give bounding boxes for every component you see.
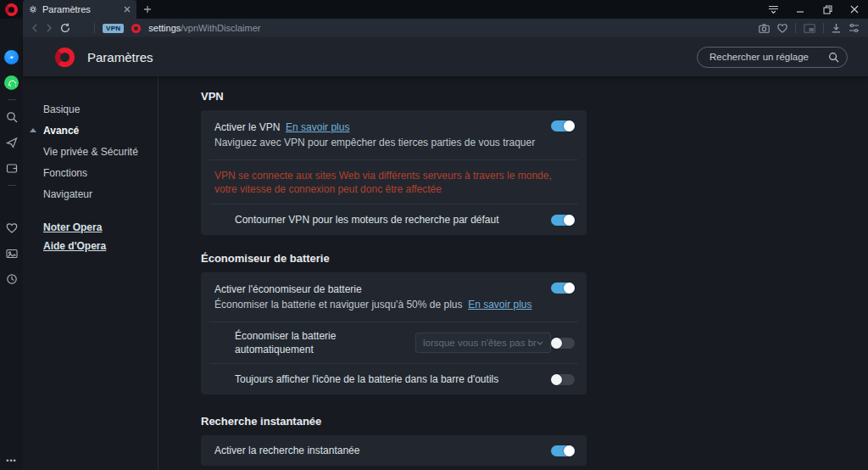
history-clock-icon[interactable] [0, 266, 23, 292]
heart-icon[interactable] [777, 24, 787, 33]
divider [8, 99, 16, 100]
url-primary: settings [148, 23, 181, 33]
tab-title: Paramètres [42, 4, 119, 14]
battery-auto-dropdown[interactable]: lorsque vous n'êtes pas branché [415, 333, 551, 353]
tab-close-icon[interactable] [124, 6, 131, 13]
reload-icon[interactable] [60, 23, 70, 33]
vpn-bypass-label: Contourner VPN pour les moteurs de reche… [235, 213, 537, 227]
instant-search-row: Activer la recherche instantanée [201, 435, 587, 466]
battery-enable-desc: Économiser la batterie et naviguer jusqu… [214, 298, 537, 311]
battery-auto-label: Économiser la batterie automatiquement [235, 329, 397, 356]
vpn-enable-label: Activer le VPN En savoir plus [214, 120, 537, 134]
battery-auto-dropdown-value: lorsque vous n'êtes pas branché [423, 338, 537, 348]
battery-auto-toggle[interactable] [551, 338, 575, 349]
battery-icon-toggle[interactable] [551, 374, 575, 385]
vpn-enable-desc: Naviguez avec VPN pour empêcher des tier… [214, 136, 537, 149]
url-text[interactable]: settings/vpnWithDisclaimer [148, 23, 260, 33]
forward-icon[interactable] [46, 24, 53, 32]
instant-search-toggle[interactable] [551, 445, 575, 456]
nav-link-noter-opera[interactable]: Noter Opera [23, 218, 158, 237]
wallet-icon[interactable] [0, 155, 23, 181]
maximize-button[interactable] [814, 0, 841, 19]
nav-item-basique[interactable]: Basique [23, 98, 158, 120]
settings-content: VPN Activer le VPN En savoir plus Navigu… [159, 76, 868, 470]
instant-search-card: Activer la recherche instantanée [201, 435, 587, 466]
section-heading-battery: Économiseur de batterie [201, 252, 868, 265]
nav-item-vie-privee[interactable]: Vie privée & Sécurité [23, 141, 158, 162]
vpn-enable-row: Activer le VPN En savoir plus Naviguez a… [201, 110, 587, 159]
speed-dial-icon[interactable] [0, 190, 23, 215]
settings-search[interactable] [697, 47, 848, 68]
divider [94, 23, 95, 33]
window-controls [760, 0, 868, 19]
tab-parametres[interactable]: Paramètres [23, 0, 136, 19]
sidebar-rail: ••• [0, 19, 23, 470]
back-icon[interactable] [31, 24, 38, 32]
settings-body: Basique Avancé Vie privée & Sécurité Fon… [23, 76, 868, 470]
chevron-down-icon [537, 341, 543, 345]
vpn-badge[interactable]: VPN [103, 24, 124, 33]
instant-search-label: Activer la recherche instantanée [214, 444, 537, 457]
battery-learn-more-link[interactable]: En savoir plus [468, 299, 531, 311]
new-tab-button[interactable] [136, 0, 159, 19]
personal-news-icon[interactable] [0, 241, 23, 266]
opera-settings-window: Paramètres [0, 0, 868, 470]
battery-icon-label: Toujours afficher l'icône de la batterie… [235, 372, 537, 386]
battery-auto-row: Économiser la batterie automatiquement l… [201, 322, 587, 363]
opera-logo-large [55, 48, 75, 67]
vpn-learn-more-link[interactable]: En savoir plus [286, 121, 349, 133]
divider [795, 23, 796, 33]
nav-link-aide-opera[interactable]: Aide d'Opera [23, 237, 158, 255]
search-icon[interactable] [0, 104, 23, 130]
gear-icon [29, 5, 37, 14]
section-heading-instant-search: Recherche instantanée [201, 415, 868, 428]
sidebar-more-icon[interactable]: ••• [0, 456, 23, 465]
nav-item-navigateur[interactable]: Navigateur [23, 183, 158, 204]
opera-favicon [131, 24, 141, 33]
page-title: Paramètres [87, 50, 153, 64]
nav-item-fonctions[interactable]: Fonctions [23, 162, 158, 183]
url-secondary: /vpnWithDisclaimer [181, 23, 260, 33]
opera-logo[interactable] [0, 0, 23, 19]
divider [8, 185, 16, 186]
video-popout-icon[interactable] [804, 24, 815, 33]
address-bar: VPN settings/vpnWithDisclaimer [23, 19, 868, 37]
settings-search-input[interactable] [709, 52, 828, 62]
chevron-up-icon [30, 128, 36, 132]
battery-icon-row: Toujours afficher l'icône de la batterie… [201, 364, 587, 394]
settings-nav: Basique Avancé Vie privée & Sécurité Fon… [23, 76, 159, 470]
whatsapp-icon[interactable] [0, 70, 23, 95]
tab-menu-icon[interactable] [760, 0, 787, 19]
vpn-enable-toggle[interactable] [551, 120, 575, 131]
battery-enable-toggle[interactable] [551, 283, 575, 294]
battery-enable-label: Activer l'économiseur de batterie [214, 283, 537, 296]
divider [823, 23, 824, 33]
my-flow-send-icon[interactable] [0, 130, 23, 155]
battery-card: Activer l'économiseur de batterie Économ… [201, 272, 587, 394]
minimize-button[interactable] [787, 0, 814, 19]
vpn-bypass-toggle[interactable] [551, 215, 575, 226]
titlebar: Paramètres [0, 0, 868, 19]
snapshot-camera-icon[interactable] [759, 24, 770, 33]
vpn-bypass-row: Contourner VPN pour les moteurs de reche… [201, 204, 587, 235]
search-icon [828, 52, 839, 63]
messenger-icon[interactable] [0, 44, 23, 70]
bookmarks-heart-icon[interactable] [0, 215, 23, 241]
download-icon[interactable] [832, 23, 841, 33]
section-heading-vpn: VPN [201, 90, 868, 103]
easy-setup-sliders-icon[interactable] [849, 23, 860, 33]
vpn-card: Activer le VPN En savoir plus Naviguez a… [201, 110, 587, 235]
battery-enable-row: Activer l'économiseur de batterie Économ… [201, 272, 587, 322]
nav-item-avance[interactable]: Avancé [23, 120, 158, 141]
vpn-warning-text: VPN se connecte aux sites Web via différ… [201, 160, 587, 204]
settings-header: Paramètres [23, 37, 868, 76]
close-button[interactable] [841, 0, 868, 19]
speed-dial-grid-icon[interactable] [78, 24, 86, 32]
